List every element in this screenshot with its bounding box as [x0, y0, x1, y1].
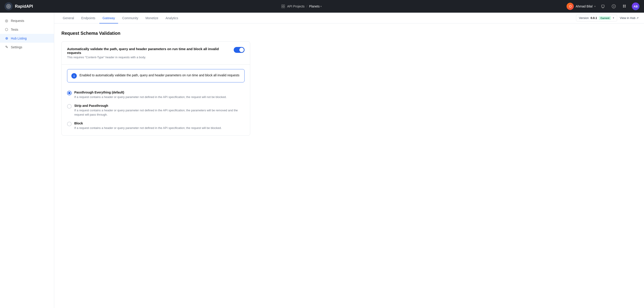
radio-block-desc: If a request contains a header or query … — [74, 126, 222, 130]
toggle-label: Automatically validate the path, query a… — [67, 47, 230, 55]
user-menu[interactable]: ⬡ Ahmad Bilal ▾ — [566, 3, 596, 10]
breadcrumb-projects[interactable]: API Projects — [281, 4, 304, 8]
view-in-hub-button[interactable]: View in Hub ↗ — [620, 16, 638, 20]
tab-community[interactable]: Community — [119, 13, 141, 24]
version-prefix: Version — [579, 16, 589, 20]
radio-strip-label: Strip and Passthrough — [74, 104, 244, 108]
requests-icon: ◎ — [4, 18, 8, 23]
breadcrumb-separator: / — [306, 4, 307, 8]
radio-passthrough-button[interactable] — [67, 91, 72, 95]
topnav-right-controls: ⬡ Ahmad Bilal ▾ ? AB — [566, 2, 640, 10]
radio-strip-desc: If a request contains a header or query … — [74, 108, 244, 117]
svg-text:?: ? — [613, 5, 615, 8]
breadcrumb: API Projects / Planets ▾ — [40, 4, 563, 8]
sidebar: ◎ Requests ⬡ Tests ⊕ Hub Listing ✎ Setti… — [0, 13, 54, 308]
top-navigation: RapidAPI API Projects / Planets ▾ ⬡ Ahma… — [0, 0, 644, 13]
svg-rect-3 — [282, 5, 283, 6]
info-text: Enabled to automatically validate the pa… — [80, 73, 239, 78]
help-button[interactable]: ? — [610, 3, 617, 10]
sidebar-item-settings-label: Settings — [11, 46, 22, 49]
radio-option-strip: Strip and Passthrough If a request conta… — [67, 104, 244, 117]
tab-bar-right: Version 0.0.1 Current ▾ View in Hub ↗ — [576, 15, 638, 22]
version-current-badge: Current — [599, 16, 611, 20]
user-avatar[interactable]: AB — [632, 2, 640, 10]
toggle-sublabel: This requires "Content-Type" header in r… — [67, 56, 230, 59]
hub-listing-icon: ⊕ — [4, 36, 8, 40]
tab-endpoints[interactable]: Endpoints — [78, 13, 98, 24]
breadcrumb-projects-label: API Projects — [287, 4, 304, 8]
radio-passthrough-desc: If a request contains a header or query … — [74, 95, 226, 99]
tests-icon: ⬡ — [4, 27, 8, 32]
info-icon: i — [71, 73, 77, 78]
notifications-button[interactable] — [599, 3, 606, 10]
version-chevron-icon: ▾ — [613, 16, 614, 20]
radio-section: Passthrough Everything (default) If a re… — [62, 87, 250, 136]
user-menu-chevron: ▾ — [594, 5, 596, 8]
sidebar-item-hub-listing-label: Hub Listing — [11, 36, 27, 40]
version-selector[interactable]: Version 0.0.1 Current ▾ — [576, 15, 617, 22]
svg-rect-4 — [284, 5, 285, 6]
radio-block-button[interactable] — [67, 122, 72, 126]
svg-rect-5 — [282, 6, 283, 8]
tab-monetize[interactable]: Monetize — [142, 13, 162, 24]
tab-bar: General Endpoints Gateway Community Mone… — [54, 13, 644, 24]
version-number: 0.0.1 — [590, 16, 597, 20]
radio-passthrough-label: Passthrough Everything (default) — [74, 90, 226, 94]
svg-rect-7 — [602, 5, 604, 7]
svg-rect-11 — [624, 5, 626, 6]
sidebar-item-tests-label: Tests — [11, 28, 18, 32]
svg-rect-12 — [623, 6, 624, 8]
radio-block-content: Block If a request contains a header or … — [74, 122, 222, 130]
settings-icon: ✎ — [4, 45, 8, 49]
tab-gateway[interactable]: Gateway — [99, 13, 118, 24]
brand-icon: ⬡ — [566, 3, 574, 10]
tab-general[interactable]: General — [60, 13, 77, 24]
user-name: Ahmad Bilal — [576, 4, 592, 8]
svg-rect-13 — [624, 6, 626, 8]
app-name: RapidAPI — [15, 4, 33, 9]
validation-toggle[interactable] — [234, 47, 244, 53]
sidebar-item-tests[interactable]: ⬡ Tests — [0, 25, 54, 34]
breadcrumb-current-project[interactable]: Planets ▾ — [309, 4, 322, 8]
section-title: Request Schema Validation — [62, 31, 250, 36]
toggle-row: Automatically validate the path, query a… — [62, 42, 250, 64]
svg-point-2 — [8, 6, 9, 7]
main-content: General Endpoints Gateway Community Mone… — [54, 13, 644, 308]
sidebar-item-settings[interactable]: ✎ Settings — [0, 43, 54, 52]
tab-analytics[interactable]: Analytics — [162, 13, 181, 24]
schema-validation-card: Automatically validate the path, query a… — [62, 41, 250, 136]
svg-rect-10 — [623, 5, 624, 6]
radio-strip-content: Strip and Passthrough If a request conta… — [74, 104, 244, 117]
radio-option-block: Block If a request contains a header or … — [67, 122, 244, 130]
sidebar-item-hub-listing[interactable]: ⊕ Hub Listing — [0, 34, 54, 43]
svg-rect-6 — [284, 6, 285, 8]
radio-option-passthrough: Passthrough Everything (default) If a re… — [67, 90, 244, 99]
sidebar-item-requests-label: Requests — [11, 19, 24, 22]
toggle-text: Automatically validate the path, query a… — [67, 47, 230, 59]
external-link-icon: ↗ — [636, 16, 638, 20]
page-content: Request Schema Validation Automatically … — [54, 24, 258, 143]
sidebar-item-requests[interactable]: ◎ Requests — [0, 16, 54, 25]
logo-icon — [4, 2, 13, 10]
app-logo[interactable]: RapidAPI — [4, 2, 33, 10]
radio-block-label: Block — [74, 122, 222, 125]
radio-strip-button[interactable] — [67, 104, 72, 108]
apps-button[interactable] — [621, 3, 628, 10]
info-box: i Enabled to automatically validate the … — [67, 69, 244, 82]
main-layout: ◎ Requests ⬡ Tests ⊕ Hub Listing ✎ Setti… — [0, 13, 644, 308]
radio-passthrough-content: Passthrough Everything (default) If a re… — [74, 90, 226, 99]
